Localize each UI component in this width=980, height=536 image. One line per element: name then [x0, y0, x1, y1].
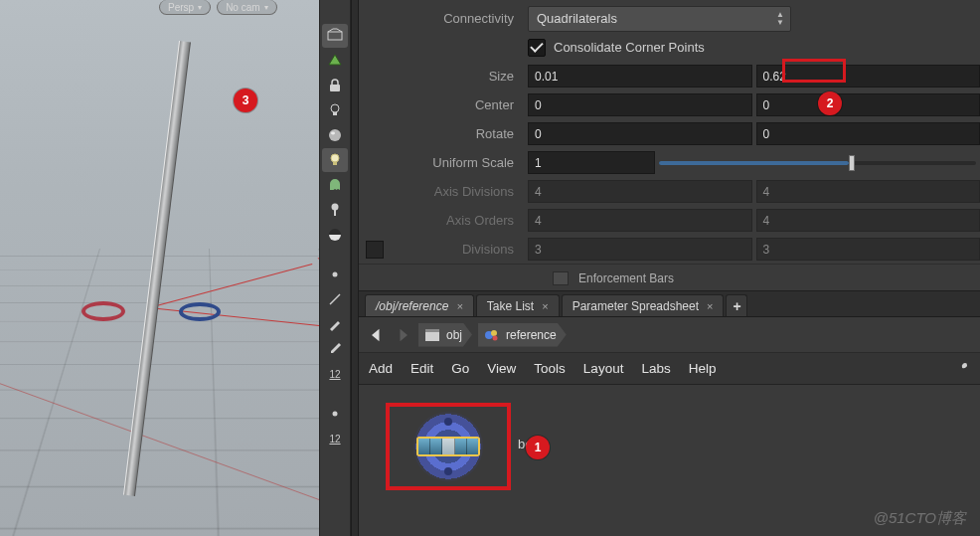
- dot2-icon[interactable]: [322, 402, 348, 426]
- sphere-icon[interactable]: [322, 123, 348, 147]
- center-y-field[interactable]: 0: [756, 93, 981, 116]
- material-ball-icon[interactable]: [322, 223, 348, 247]
- pin-icon[interactable]: [322, 198, 348, 222]
- rotate-y-value: 0: [763, 127, 770, 141]
- lock-icon[interactable]: [322, 74, 348, 97]
- ghost-icon[interactable]: [322, 173, 348, 197]
- uniformscale-slider[interactable]: [655, 151, 980, 174]
- shading-mode-icon[interactable]: [322, 24, 348, 48]
- menu-bar: Add Edit Go View Tools Layout Labs Help: [359, 353, 980, 385]
- svg-point-20: [491, 330, 497, 336]
- tab-add-button[interactable]: +: [726, 294, 747, 316]
- size-y-field[interactable]: 0.62: [756, 65, 981, 88]
- axisord-y-field[interactable]: 4: [756, 209, 981, 232]
- watermark: @51CTO博客: [874, 509, 966, 528]
- menu-layout[interactable]: Layout: [583, 361, 624, 376]
- rotate-x-field[interactable]: 0: [528, 122, 752, 145]
- tab3-label: Parameter Spreadsheet: [572, 299, 699, 313]
- axisord-x-field[interactable]: 4: [528, 209, 752, 232]
- axisord-y-value: 4: [763, 214, 770, 228]
- dot-icon[interactable]: [322, 263, 348, 286]
- center-x-field[interactable]: 0: [528, 93, 752, 116]
- path-seg-obj[interactable]: obj: [418, 323, 472, 347]
- tab-param-spreadsheet[interactable]: Parameter Spreadsheet×: [562, 294, 725, 316]
- parameter-panel: Connectivity Quadrilaterals ▲▼ Consolida…: [359, 0, 980, 290]
- divisions-label: Divisions: [396, 242, 528, 257]
- geo-icon: [484, 327, 500, 343]
- enforcement-expand-icon[interactable]: [553, 271, 569, 285]
- svg-point-7: [329, 129, 341, 141]
- uniformscale-field[interactable]: 1: [528, 151, 655, 174]
- camera-nocam-button[interactable]: No cam▾: [217, 0, 276, 15]
- dropper-icon[interactable]: [322, 337, 348, 361]
- nav-back-button[interactable]: [367, 326, 387, 344]
- size-x-field[interactable]: 0.01: [528, 65, 752, 88]
- tab1-label: /obj/reference: [376, 299, 448, 313]
- consolidate-label: Consolidate Corner Points: [554, 40, 705, 55]
- path-seg-obj-label: obj: [446, 328, 462, 342]
- size-label: Size: [359, 69, 528, 84]
- viewport-toolbar: 12 12: [319, 0, 351, 536]
- center-y-value: 0: [763, 98, 770, 112]
- gizmo-ring-red: [82, 301, 125, 321]
- size-y-value: 0.62: [763, 70, 786, 84]
- label-12b-icon[interactable]: 12: [322, 427, 348, 450]
- uniformscale-value: 1: [535, 156, 542, 170]
- path-bar: obj reference: [359, 317, 980, 353]
- menu-tools[interactable]: Tools: [534, 361, 566, 376]
- vertical-splitter[interactable]: [351, 0, 359, 536]
- center-label: Center: [359, 97, 528, 112]
- menu-go[interactable]: Go: [451, 361, 469, 376]
- slider-thumb[interactable]: [849, 155, 855, 171]
- camera-nocam-label: No cam: [226, 2, 259, 13]
- annotation-box-node: [386, 403, 511, 490]
- axisdiv-x-value: 4: [535, 185, 542, 199]
- camera-persp-button[interactable]: Persp▾: [159, 0, 211, 15]
- clapper-icon: [424, 327, 440, 343]
- annotation-badge-2: 2: [818, 91, 842, 115]
- pen-icon[interactable]: [322, 312, 348, 336]
- tab-obj-reference[interactable]: /obj/reference×: [365, 294, 474, 316]
- connectivity-select[interactable]: Quadrilaterals ▲▼: [528, 6, 791, 32]
- wireframe-icon[interactable]: [322, 49, 348, 73]
- menu-edit[interactable]: Edit: [410, 361, 433, 376]
- camera-persp-label: Persp: [168, 2, 194, 13]
- close-icon[interactable]: ×: [707, 300, 713, 312]
- lightbulb-off-icon[interactable]: [322, 98, 348, 122]
- edge-icon[interactable]: [322, 287, 348, 311]
- rotate-label: Rotate: [359, 126, 528, 141]
- divisions-x-value: 3: [535, 243, 542, 257]
- svg-rect-10: [333, 162, 337, 165]
- divisions-x-field[interactable]: 3: [528, 238, 752, 261]
- consolidate-checkbox[interactable]: [528, 39, 546, 57]
- enforcement-label: Enforcement Bars: [578, 271, 674, 285]
- lightbulb-on-icon[interactable]: [322, 148, 348, 172]
- svg-point-5: [331, 104, 339, 112]
- tab-take-list[interactable]: Take List×: [476, 294, 560, 316]
- svg-point-8: [331, 132, 335, 135]
- axisdiv-y-field[interactable]: 4: [756, 180, 981, 203]
- nav-forward-button[interactable]: [393, 326, 412, 344]
- menu-add[interactable]: Add: [369, 361, 393, 376]
- uniformscale-label: Uniform Scale: [359, 155, 528, 170]
- menu-view[interactable]: View: [487, 361, 516, 376]
- divisions-toggle[interactable]: [366, 241, 384, 259]
- node-box1[interactable]: [413, 412, 483, 481]
- gizmo-ring-blue: [179, 302, 221, 321]
- svg-rect-6: [333, 112, 337, 115]
- divisions-y-field[interactable]: 3: [756, 238, 981, 261]
- rotate-y-field[interactable]: 0: [756, 122, 981, 145]
- close-icon[interactable]: ×: [456, 300, 462, 312]
- svg-point-11: [332, 204, 339, 211]
- axisdiv-x-field[interactable]: 4: [528, 180, 752, 203]
- svg-point-21: [493, 335, 498, 340]
- menu-labs[interactable]: Labs: [641, 361, 670, 376]
- updown-icon: ▲▼: [776, 11, 784, 27]
- close-icon[interactable]: ×: [542, 300, 548, 312]
- svg-rect-12: [334, 210, 336, 216]
- wrench-icon[interactable]: [952, 360, 970, 378]
- path-seg-reference[interactable]: reference: [478, 323, 567, 347]
- label-12-icon[interactable]: 12: [322, 362, 348, 386]
- menu-help[interactable]: Help: [689, 361, 717, 376]
- viewport-3d[interactable]: Persp▾ No cam▾: [0, 0, 319, 536]
